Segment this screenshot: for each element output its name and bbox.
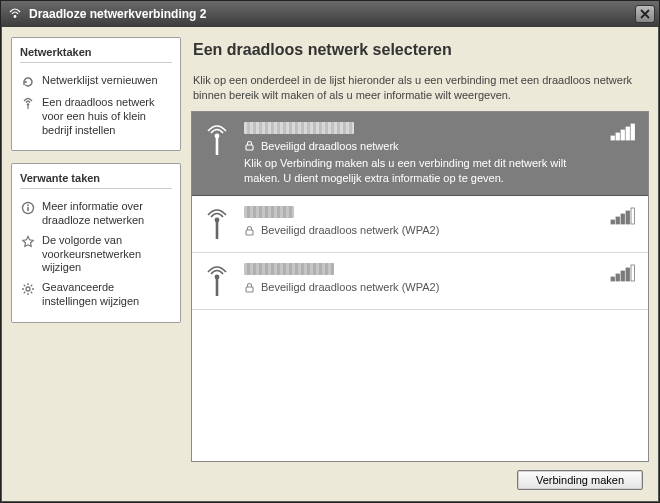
sidebar-task-label: Meer informatie over draadloze netwerken (42, 200, 172, 228)
network-security: Beveiligd draadloos netwerk (WPA2) (244, 281, 586, 293)
antenna-icon (202, 122, 232, 158)
svg-rect-33 (246, 287, 253, 292)
panel-network-tasks: Netwerktaken Netwerklijst vernieuwenEen … (11, 37, 181, 151)
svg-line-11 (24, 285, 25, 286)
sidebar: Netwerktaken Netwerklijst vernieuwenEen … (11, 37, 181, 492)
svg-rect-5 (27, 205, 29, 207)
svg-rect-36 (621, 271, 625, 281)
signal-strength-icon (598, 122, 638, 142)
close-icon (640, 9, 650, 19)
lock-icon (244, 225, 255, 236)
svg-rect-27 (616, 217, 620, 224)
window-title: Draadloze netwerkverbinding 2 (29, 7, 635, 21)
panel-title-related-tasks: Verwante taken (20, 172, 172, 189)
network-item[interactable]: Beveiligd draadloos netwerkKlik op Verbi… (192, 112, 648, 197)
lock-icon (244, 140, 255, 151)
antenna-icon (202, 263, 232, 299)
star-icon (20, 234, 36, 250)
wireless-icon (7, 6, 23, 22)
svg-rect-30 (631, 208, 635, 224)
body: Netwerktaken Netwerklijst vernieuwenEen … (1, 27, 659, 502)
network-ssid (244, 122, 586, 134)
network-ssid (244, 263, 586, 275)
network-ssid (244, 206, 586, 218)
refresh-icon (20, 74, 36, 90)
svg-rect-16 (216, 137, 219, 155)
network-security-label: Beveiligd draadloos netwerk (261, 140, 399, 152)
network-item[interactable]: Beveiligd draadloos netwerk (WPA2) (192, 253, 648, 310)
titlebar: Draadloze netwerkverbinding 2 (1, 1, 659, 27)
svg-rect-28 (621, 214, 625, 224)
footer: Verbinding maken (191, 462, 649, 492)
network-list-empty-area (192, 310, 648, 461)
antenna-icon (20, 96, 36, 112)
svg-rect-19 (616, 133, 620, 140)
sidebar-task-label: Netwerklijst vernieuwen (42, 74, 158, 88)
connect-button[interactable]: Verbinding maken (517, 470, 643, 490)
svg-rect-29 (626, 211, 630, 224)
svg-rect-21 (626, 127, 630, 140)
sidebar-task-label: Een draadloos netwerk voor een huis of k… (42, 96, 172, 137)
svg-line-13 (31, 285, 32, 286)
network-security: Beveiligd draadloos netwerk (244, 140, 586, 152)
sidebar-task-label: De volgorde van voorkeursnetwerken wijzi… (42, 234, 172, 275)
network-list[interactable]: Beveiligd draadloos netwerkKlik op Verbi… (191, 111, 649, 462)
svg-point-6 (26, 287, 30, 291)
svg-rect-4 (27, 207, 29, 211)
lock-icon (244, 282, 255, 293)
svg-rect-25 (246, 230, 253, 235)
panel-title-network-tasks: Netwerktaken (20, 46, 172, 63)
info-icon (20, 200, 36, 216)
svg-rect-34 (611, 277, 615, 281)
network-description: Klik op Verbinding maken als u een verbi… (244, 156, 586, 186)
svg-line-12 (31, 292, 32, 293)
network-security-label: Beveiligd draadloos netwerk (WPA2) (261, 281, 439, 293)
svg-rect-32 (216, 278, 219, 296)
sidebar-task-label: Geavanceerde instellingen wijzigen (42, 281, 172, 309)
svg-rect-18 (611, 136, 615, 140)
svg-line-14 (24, 292, 25, 293)
network-body: Beveiligd draadloos netwerkKlik op Verbi… (244, 122, 586, 186)
gear-icon (20, 281, 36, 297)
main-subtitle: Klik op een onderdeel in de lijst hieron… (193, 73, 649, 103)
sidebar-task[interactable]: Een draadloos netwerk voor een huis of k… (20, 93, 172, 140)
signal-strength-icon (598, 206, 638, 226)
sidebar-task[interactable]: De volgorde van voorkeursnetwerken wijzi… (20, 231, 172, 278)
network-security: Beveiligd draadloos netwerk (WPA2) (244, 224, 586, 236)
svg-rect-20 (621, 130, 625, 140)
signal-strength-icon (598, 263, 638, 283)
network-body: Beveiligd draadloos netwerk (WPA2) (244, 206, 586, 240)
sidebar-task[interactable]: Meer informatie over draadloze netwerken (20, 197, 172, 231)
panel-related-tasks: Verwante taken Meer informatie over draa… (11, 163, 181, 322)
network-security-label: Beveiligd draadloos netwerk (WPA2) (261, 224, 439, 236)
main: Een draadloos netwerk selecteren Klik op… (191, 37, 649, 492)
svg-rect-38 (631, 265, 635, 281)
svg-rect-26 (611, 220, 615, 224)
main-heading: Een draadloos netwerk selecteren (193, 41, 649, 59)
svg-point-0 (14, 15, 17, 18)
svg-rect-22 (631, 124, 635, 140)
svg-rect-17 (246, 145, 253, 150)
window-root: Draadloze netwerkverbinding 2 Netwerktak… (0, 0, 660, 503)
antenna-icon (202, 206, 232, 242)
sidebar-task[interactable]: Geavanceerde instellingen wijzigen (20, 278, 172, 312)
svg-rect-2 (27, 105, 28, 109)
network-body: Beveiligd draadloos netwerk (WPA2) (244, 263, 586, 297)
svg-rect-35 (616, 274, 620, 281)
close-button[interactable] (635, 5, 655, 23)
network-item[interactable]: Beveiligd draadloos netwerk (WPA2) (192, 196, 648, 253)
sidebar-task[interactable]: Netwerklijst vernieuwen (20, 71, 172, 93)
svg-rect-37 (626, 268, 630, 281)
svg-rect-24 (216, 221, 219, 239)
